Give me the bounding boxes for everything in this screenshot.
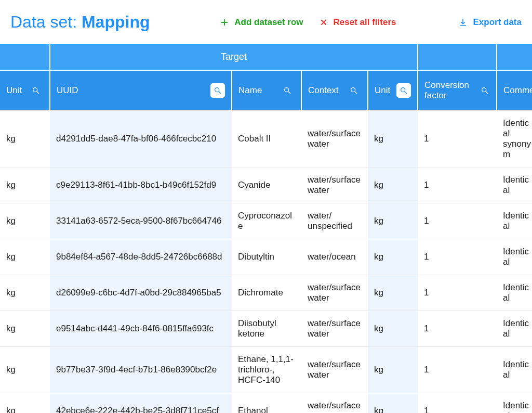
cell-conversion-factor: 1 (418, 111, 497, 167)
cell-name: Cobalt II (232, 111, 301, 167)
cell-uuid: d26099e9-c6bc-4d7f-a0bd-29c884965ba5 (50, 275, 232, 311)
cell-unit-target: kg (368, 167, 418, 203)
reset-filters-button[interactable]: Reset all filters (319, 17, 396, 28)
plus-icon (220, 18, 229, 27)
svg-line-13 (405, 92, 407, 94)
cell-unit-target: kg (368, 111, 418, 167)
table-row: kg33141a63-6572-5eca-9500-8f67bc664746Cy… (0, 203, 532, 239)
cell-name: Dibutyltin (232, 239, 301, 275)
cell-context: water/surface water (301, 347, 368, 393)
cell-comment: Identical (497, 275, 532, 311)
search-icon[interactable] (280, 83, 295, 98)
cell-name: Cyanide (232, 167, 301, 203)
search-icon[interactable] (210, 83, 225, 98)
cell-comment: Identical (497, 203, 532, 239)
cell-uuid: 9b84ef84-a567-48de-8dd5-24726bc6688d (50, 239, 232, 275)
table-row: kgd4291dd5-dae8-47fa-bf06-466fcecbc210Co… (0, 111, 532, 167)
group-header-blank-factor (418, 44, 497, 70)
cell-comment: Identical (497, 167, 532, 203)
cell-comment: Identical (497, 311, 532, 347)
page-header: Data set: Mapping Add dataset row Reset … (0, 0, 532, 44)
cell-uuid: 42ebce6e-222e-442b-be25-3d8f711ce5cf (50, 393, 232, 414)
cell-unit-target: kg (368, 311, 418, 347)
cell-name: Diisobutyl ketone (232, 311, 301, 347)
cell-unit-source: kg (0, 393, 50, 414)
cell-context: water/surface water (301, 311, 368, 347)
svg-point-4 (33, 88, 37, 92)
cell-comment: Identical (497, 393, 532, 414)
add-label: Add dataset row (234, 17, 303, 28)
cell-name: Dichromate (232, 275, 301, 311)
cell-context: water/surface water (301, 111, 368, 167)
cell-uuid: 33141a63-6572-5eca-9500-8f67bc664746 (50, 203, 232, 239)
cell-comment: Identical synonym (497, 111, 532, 167)
cell-unit-source: kg (0, 239, 50, 275)
cell-unit-target: kg (368, 239, 418, 275)
table-column-header-row: Unit UUID Name Context Unit Conversion f… (0, 70, 532, 111)
cell-conversion-factor: 1 (418, 347, 497, 393)
cell-uuid: e9514abc-d441-49cb-84f6-0815ffa693fc (50, 311, 232, 347)
col-header-name: Name (232, 70, 301, 111)
cell-conversion-factor: 1 (418, 203, 497, 239)
col-header-unit-target: Unit (368, 70, 418, 111)
cell-context: water/surface water (301, 275, 368, 311)
cell-context: water/ unspecified (301, 203, 368, 239)
col-header-unit-source: Unit (0, 70, 50, 111)
page-title: Data set: Mapping (10, 12, 150, 32)
cell-context: water/ocean (301, 239, 368, 275)
table-row: kgc9e29113-8f61-41bb-8bc1-b49c6f152fd9Cy… (0, 167, 532, 203)
data-table-wrap: Target Unit UUID Name Context Unit Conve… (0, 44, 532, 413)
cell-unit-target: kg (368, 275, 418, 311)
svg-line-15 (486, 92, 488, 94)
cell-context: water/surface water (301, 167, 368, 203)
cell-uuid: d4291dd5-dae8-47fa-bf06-466fcecbc210 (50, 111, 232, 167)
col-header-comment: Comment (497, 70, 532, 111)
svg-line-7 (219, 92, 221, 94)
cell-name: Ethanol (232, 393, 301, 414)
cell-context: water/surface water (301, 393, 368, 414)
table-group-header-row: Target (0, 44, 532, 70)
table-row: kgd26099e9-c6bc-4d7f-a0bd-29c884965ba5Di… (0, 275, 532, 311)
download-icon (458, 18, 468, 27)
search-icon[interactable] (396, 83, 411, 98)
cell-name: Ethane, 1,1,1-trichloro-, HCFC-140 (232, 347, 301, 393)
group-header-blank-right (497, 44, 532, 70)
add-dataset-row-button[interactable]: Add dataset row (220, 17, 303, 28)
search-icon[interactable] (480, 83, 490, 98)
col-header-context: Context (301, 70, 368, 111)
export-data-button[interactable]: Export data (458, 17, 522, 28)
data-table: Target Unit UUID Name Context Unit Conve… (0, 44, 532, 413)
cell-uuid: c9e29113-8f61-41bb-8bc1-b49c6f152fd9 (50, 167, 232, 203)
svg-line-5 (37, 92, 39, 94)
cell-conversion-factor: 1 (418, 167, 497, 203)
cell-comment: Identical (497, 239, 532, 275)
cell-unit-target: kg (368, 203, 418, 239)
cell-comment: Identical (497, 347, 532, 393)
cell-conversion-factor: 1 (418, 393, 497, 414)
search-icon[interactable] (29, 83, 43, 98)
group-header-target: Target (50, 44, 418, 70)
cell-conversion-factor: 1 (418, 311, 497, 347)
table-row: kge9514abc-d441-49cb-84f6-0815ffa693fcDi… (0, 311, 532, 347)
cell-conversion-factor: 1 (418, 239, 497, 275)
cell-unit-target: kg (368, 347, 418, 393)
svg-line-9 (288, 92, 290, 94)
table-row: kg42ebce6e-222e-442b-be25-3d8f711ce5cfEt… (0, 393, 532, 414)
table-row: kg9b77be37-3f9d-4ecf-b7b1-86e8390bcf2eEt… (0, 347, 532, 393)
col-header-uuid: UUID (50, 70, 232, 111)
cell-conversion-factor: 1 (418, 275, 497, 311)
svg-point-14 (482, 88, 486, 92)
svg-point-8 (285, 88, 289, 92)
cell-uuid: 9b77be37-3f9d-4ecf-b7b1-86e8390bcf2e (50, 347, 232, 393)
col-header-conversion-factor: Conversion factor (418, 70, 497, 111)
cell-unit-source: kg (0, 275, 50, 311)
table-row: kg9b84ef84-a567-48de-8dd5-24726bc6688dDi… (0, 239, 532, 275)
cell-name: Cyproconazole (232, 203, 301, 239)
svg-line-11 (355, 92, 357, 94)
cell-unit-source: kg (0, 111, 50, 167)
search-icon[interactable] (347, 83, 361, 98)
close-icon (319, 18, 328, 27)
cell-unit-source: kg (0, 203, 50, 239)
cell-unit-source: kg (0, 167, 50, 203)
cell-unit-source: kg (0, 311, 50, 347)
